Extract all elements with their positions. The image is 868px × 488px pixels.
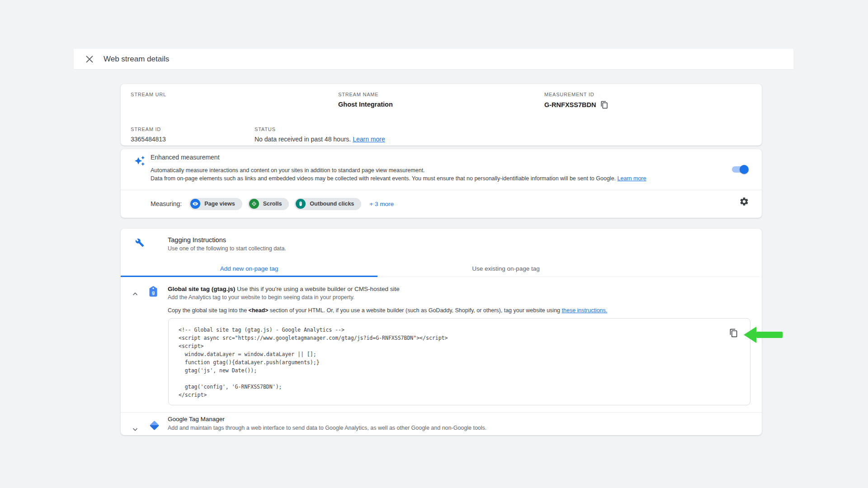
enhanced-measurement-card: Enhanced measurement Automatically measu…: [121, 149, 762, 218]
stream-info-card: STREAM URL STREAM NAME Ghost Integration…: [121, 84, 762, 145]
more-chips-link[interactable]: + 3 more: [369, 201, 394, 207]
chip-label: Scrolls: [263, 201, 282, 207]
panel-header: Web stream details: [74, 49, 793, 70]
enhanced-measurement-title: Enhanced measurement: [151, 154, 220, 161]
measurement-id-value: G-RNFXSS7BDN: [544, 101, 596, 108]
expand-gtm-button[interactable]: [129, 423, 142, 436]
code-line: gtag('js', new Date());: [179, 366, 723, 375]
enhanced-learn-more-link[interactable]: Learn more: [618, 175, 646, 182]
tagging-instructions-subtitle: Use one of the following to start collec…: [168, 245, 286, 252]
chevron-down-icon: [131, 425, 139, 433]
gtag-tag-icon: g: [149, 286, 157, 297]
gtm-section-subtitle: Add and maintain tags through a web inte…: [168, 425, 486, 431]
chip-label: Outbound clicks: [310, 201, 354, 207]
svg-text:g: g: [152, 290, 155, 295]
tab-use-existing-on-page-tag[interactable]: Use existing on-page tag: [377, 260, 634, 277]
chip-label: Page views: [204, 201, 235, 207]
scroll-icon: [249, 199, 259, 209]
stream-url-label: STREAM URL: [131, 92, 166, 97]
eye-icon: [190, 199, 200, 209]
gtag-copy-instruction: Copy the global site tag into the <head>…: [168, 307, 607, 314]
gtag-code-snippet: <!-- Global site tag (gtag.js) - Google …: [168, 318, 750, 405]
code-line: window.dataLayer = window.dataLayer || […: [179, 350, 723, 358]
code-line: <!-- Global site tag (gtag.js) - Google …: [179, 326, 723, 334]
tagging-instructions-title: Tagging Instructions: [168, 236, 226, 244]
measurement-id-field: MEASUREMENT ID G-RNFXSS7BDN: [544, 92, 609, 109]
tagging-instructions-card: Tagging Instructions Use one of the foll…: [121, 229, 762, 435]
these-instructions-link[interactable]: these instructions.: [562, 307, 608, 314]
tag-method-tabs: Add new on-page tag Use existing on-page…: [121, 260, 762, 277]
stream-url-field: STREAM URL: [131, 92, 166, 101]
chevron-up-icon: [131, 290, 139, 298]
copy-icon: [600, 101, 609, 109]
gtm-diamond-icon: [150, 421, 159, 430]
status-learn-more-link[interactable]: Learn more: [353, 136, 385, 143]
copy-measurement-id-button[interactable]: [600, 101, 609, 109]
mouse-icon: [296, 199, 306, 209]
arrow-shaft: [756, 332, 783, 338]
measurement-id-label: MEASUREMENT ID: [544, 92, 609, 97]
stream-name-value: Ghost Integration: [338, 101, 393, 108]
collapse-gtag-button[interactable]: [129, 288, 142, 300]
page-title: Web stream details: [104, 55, 169, 64]
tab-add-new-on-page-tag[interactable]: Add new on-page tag: [121, 260, 377, 277]
gtm-section-title: Google Tag Manager: [168, 416, 225, 422]
stream-name-label: STREAM NAME: [338, 92, 393, 97]
enhanced-measurement-toggle[interactable]: [732, 166, 747, 173]
close-button[interactable]: [83, 52, 96, 66]
stream-name-field: STREAM NAME Ghost Integration: [338, 92, 393, 108]
status-value: No data received in past 48 hours. Learn…: [255, 136, 385, 143]
code-line: [179, 375, 723, 383]
copy-code-button[interactable]: [729, 328, 738, 338]
stream-id-field: STREAM ID 3365484813: [131, 127, 166, 143]
code-line: <script async src="https://www.googletag…: [179, 334, 723, 342]
sparkles-icon: [134, 155, 145, 166]
close-icon: [86, 56, 93, 63]
status-field: STATUS No data received in past 48 hours…: [255, 127, 385, 143]
measuring-row: Measuring: Page views Scrolls Outbound c…: [151, 190, 394, 218]
enhanced-measurement-description: Automatically measure interactions and c…: [151, 166, 648, 183]
gtag-section-title: Global site tag (gtag.js) Use this if yo…: [168, 286, 400, 292]
toggle-knob: [740, 165, 749, 174]
chip-outbound-clicks: Outbound clicks: [294, 198, 361, 210]
measurement-settings-button[interactable]: [739, 197, 749, 206]
status-label: STATUS: [255, 127, 385, 132]
divider: [121, 412, 762, 413]
code-line: gtag('config', 'G-RNFXSS7BDN');: [179, 383, 723, 391]
gtag-section-subtitle: Add the Analytics tag to your website to…: [168, 294, 354, 300]
stream-id-label: STREAM ID: [131, 127, 166, 132]
gear-icon: [739, 197, 749, 206]
green-arrow-annotation: [744, 327, 783, 343]
wrench-icon: [135, 238, 144, 247]
code-line: </script>: [179, 391, 723, 399]
chip-scrolls: Scrolls: [248, 198, 289, 210]
chip-page-views: Page views: [189, 198, 242, 210]
code-line: <script>: [179, 342, 723, 350]
arrow-head: [744, 327, 756, 343]
copy-icon: [729, 328, 738, 338]
code-line: function gtag(){dataLayer.push(arguments…: [179, 358, 723, 366]
stream-id-value: 3365484813: [131, 136, 166, 143]
measuring-label: Measuring:: [151, 200, 182, 207]
